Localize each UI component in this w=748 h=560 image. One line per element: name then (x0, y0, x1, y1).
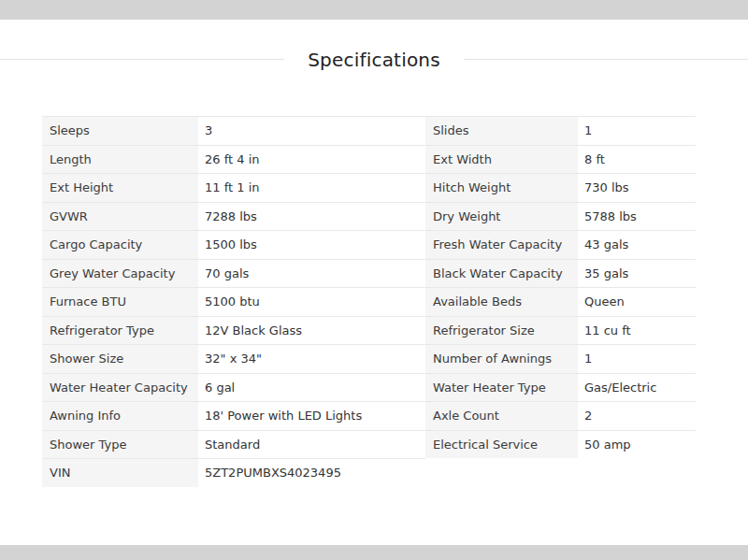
spec-row: GVWR 7288 lbs (42, 202, 425, 231)
section-header: Specifications (0, 47, 748, 72)
spec-value: 730 lbs (578, 174, 696, 202)
spec-value: 32" x 34" (198, 345, 425, 373)
spec-value: 50 amp (578, 431, 696, 459)
spec-row: Awning Info 18' Power with LED Lights (42, 401, 425, 430)
spec-value: 6 gal (198, 374, 425, 402)
spec-value: Gas/Electric (578, 374, 696, 402)
spec-value: 11 ft 1 in (198, 174, 425, 202)
spec-value: 18' Power with LED Lights (198, 402, 425, 430)
spec-table-left: Sleeps 3 Length 26 ft 4 in Ext Height 11… (42, 116, 425, 487)
spec-label: Black Water Capacity (425, 260, 578, 288)
spec-label: VIN (42, 459, 198, 487)
spec-label: Fresh Water Capacity (425, 231, 578, 259)
spec-label: Shower Type (42, 431, 198, 459)
top-divider-bar (0, 0, 748, 20)
title-rule-right (464, 59, 748, 60)
title-rule-left (0, 59, 284, 60)
spec-row: Electrical Service 50 amp (425, 430, 696, 459)
spec-label: Sleeps (42, 117, 198, 145)
spec-value: 8 ft (578, 146, 696, 174)
spec-label: Number of Awnings (425, 345, 578, 373)
spec-row: Shower Type Standard (42, 430, 425, 459)
spec-row: Fresh Water Capacity 43 gals (425, 230, 696, 259)
bottom-divider-bar (0, 545, 748, 560)
page-title: Specifications (308, 49, 440, 71)
spec-value: 5ZT2PUMBXS4023495 (198, 459, 425, 487)
spec-value: 11 cu ft (578, 317, 696, 345)
spec-value: Queen (578, 288, 696, 316)
spec-row: Cargo Capacity 1500 lbs (42, 230, 425, 259)
spec-label: Slides (425, 117, 578, 145)
spec-label: Available Beds (425, 288, 578, 316)
spec-row: Black Water Capacity 35 gals (425, 259, 696, 288)
spec-value: 5788 lbs (578, 203, 696, 231)
spec-row: Number of Awnings 1 (425, 344, 696, 373)
specifications-section: Sleeps 3 Length 26 ft 4 in Ext Height 11… (0, 116, 748, 487)
spec-label: Axle Count (425, 402, 578, 430)
spec-row: Furnace BTU 5100 btu (42, 287, 425, 316)
spec-row: Available Beds Queen (425, 287, 696, 316)
spec-label: Awning Info (42, 402, 198, 430)
spec-value: 26 ft 4 in (198, 146, 425, 174)
spec-label: Shower Size (42, 345, 198, 373)
spec-row: Slides 1 (425, 116, 696, 145)
spec-label: Refrigerator Size (425, 317, 578, 345)
spec-row: Dry Weight 5788 lbs (425, 202, 696, 231)
spec-label: Hitch Weight (425, 174, 578, 202)
spec-row: Sleeps 3 (42, 116, 425, 145)
spec-value: 5100 btu (198, 288, 425, 316)
spec-label: Water Heater Capacity (42, 374, 198, 402)
spec-value: 2 (578, 402, 696, 430)
spec-label: Cargo Capacity (42, 231, 198, 259)
spec-table-right: Slides 1 Ext Width 8 ft Hitch Weight 730… (425, 116, 696, 458)
spec-value: 12V Black Glass (198, 317, 425, 345)
spec-value: Standard (198, 431, 425, 459)
spec-row: Axle Count 2 (425, 401, 696, 430)
spec-label: Ext Width (425, 146, 578, 174)
spec-label: Grey Water Capacity (42, 260, 198, 288)
spec-row: Refrigerator Size 11 cu ft (425, 316, 696, 345)
spec-row: Shower Size 32" x 34" (42, 344, 425, 373)
spec-value: 1 (578, 345, 696, 373)
spec-row: Ext Height 11 ft 1 in (42, 173, 425, 202)
spec-label: Water Heater Type (425, 374, 578, 402)
spec-row: Hitch Weight 730 lbs (425, 173, 696, 202)
spec-value: 35 gals (578, 260, 696, 288)
spec-label: Electrical Service (425, 431, 578, 459)
spec-label: Length (42, 146, 198, 174)
spec-label: Dry Weight (425, 203, 578, 231)
spec-value: 43 gals (578, 231, 696, 259)
spec-row: Ext Width 8 ft (425, 145, 696, 174)
spec-value: 3 (198, 117, 425, 145)
spec-value: 1 (578, 117, 696, 145)
spec-row: Length 26 ft 4 in (42, 145, 425, 174)
spec-value: 1500 lbs (198, 231, 425, 259)
spec-row: Water Heater Capacity 6 gal (42, 373, 425, 402)
spec-label: GVWR (42, 203, 198, 231)
spec-label: Ext Height (42, 174, 198, 202)
spec-value: 7288 lbs (198, 203, 425, 231)
spec-value: 70 gals (198, 260, 425, 288)
spec-label: Refrigerator Type (42, 317, 198, 345)
spec-row: Grey Water Capacity 70 gals (42, 259, 425, 288)
spec-label: Furnace BTU (42, 288, 198, 316)
spec-row: Refrigerator Type 12V Black Glass (42, 316, 425, 345)
spec-row: VIN 5ZT2PUMBXS4023495 (42, 458, 425, 487)
spec-row: Water Heater Type Gas/Electric (425, 373, 696, 402)
